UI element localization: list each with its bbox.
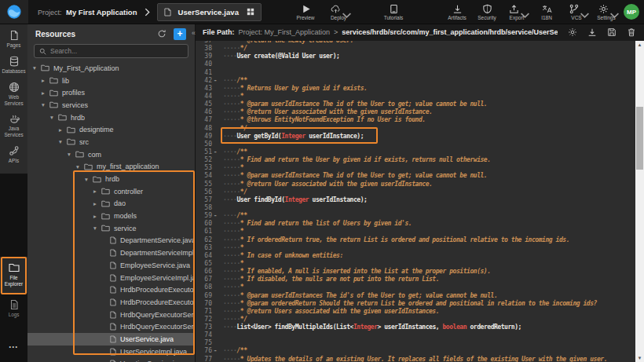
tree-item-controller[interactable]: ▸controller — [27, 185, 195, 198]
code-line-57[interactable]: 57····User findById(Integer userIdInstan… — [195, 196, 635, 204]
code-line-45[interactable]: 45·····* @param userIdInstance The id of… — [195, 101, 635, 108]
code-line-64[interactable]: 64·····* In case of unknown entities: — [195, 252, 635, 260]
save-icon[interactable] — [607, 27, 617, 37]
tree-item-com[interactable]: ▾com — [27, 148, 195, 161]
tree-item-hrdb[interactable]: ▾hrdb — [27, 173, 195, 185]
refresh-icon[interactable] — [157, 29, 166, 38]
code-line-77[interactable]: 77·····* Updates the details of an exist… — [195, 356, 635, 362]
rail-item-java-services[interactable]: Java Services — [0, 111, 27, 141]
code-line-75[interactable]: 75 — [195, 339, 635, 347]
code-line-70[interactable]: 70·····* @param orderedReturn Should the… — [195, 300, 635, 308]
code-line-74[interactable]: 74 — [195, 331, 635, 339]
tree-item-employeeserviceimpl-java[interactable]: EmployeeServiceImpl.java — [27, 272, 195, 284]
caret-expanded-icon[interactable]: ▾ — [67, 151, 75, 158]
code-viewport[interactable]: 37·····* @return the newly created User.… — [195, 41, 635, 362]
caret-expanded-icon[interactable]: ▾ — [84, 176, 93, 183]
caret-expanded-icon[interactable]: ▾ — [58, 138, 67, 145]
tree-item-my-first-application[interactable]: ▾My_First_Application — [27, 62, 195, 75]
deploy-button[interactable]: Deploy — [327, 4, 350, 20]
trash-icon[interactable] — [627, 27, 636, 37]
tree-item-hrdbprocedureexecutorservice-java[interactable]: HrdbProcedureExecutorService.java — [27, 283, 195, 296]
code-line-40[interactable]: 40 — [195, 60, 635, 68]
fold-marker[interactable]: - — [212, 347, 218, 355]
code-line-42[interactable]: 42-····/** — [195, 77, 635, 85]
code-line-56[interactable]: 56·····*/ — [195, 188, 635, 196]
tree-item-userservice-java[interactable]: UserService.java — [27, 333, 195, 346]
code-line-66[interactable]: 66·····* If enabled, A null is inserted … — [195, 268, 635, 276]
editor-scrollbar[interactable]: ▲ ▼ — [635, 41, 644, 362]
scroll-down-arrow[interactable]: ▼ — [635, 354, 644, 362]
caret-collapsed-icon[interactable]: ▸ — [58, 126, 67, 133]
code-line-48[interactable]: 48·····*/ — [195, 125, 635, 133]
code-line-52[interactable]: 52·····* Find and return the User by giv… — [195, 156, 635, 164]
code-line-71[interactable]: 71·····* @return Users associated with t… — [195, 308, 635, 316]
tree-item-designtime[interactable]: ▸designtime — [27, 123, 195, 136]
settings-gear-icon[interactable] — [568, 27, 577, 37]
rail-item-apis[interactable]: APIs — [0, 143, 27, 166]
export-button[interactable]: Export — [505, 4, 529, 20]
code-line-55[interactable]: 55·····* @return User associated with th… — [195, 181, 635, 188]
rail-item-web-services[interactable]: Web Services — [0, 79, 27, 109]
preview-button[interactable]: Preview — [294, 4, 317, 20]
download-icon[interactable] — [587, 27, 597, 37]
rail-item-databases[interactable]: Databases — [0, 53, 27, 77]
code-line-54[interactable]: 54·····* @param userIdInstance The id of… — [195, 172, 635, 180]
caret-expanded-icon[interactable]: ▾ — [32, 64, 41, 71]
code-line-72[interactable]: 72·····*/ — [195, 316, 635, 324]
code-line-62[interactable]: 62·····* If orderedReturn true, the retu… — [195, 236, 635, 244]
caret-expanded-icon[interactable]: ▾ — [75, 163, 84, 170]
tree-item-employeeservice-java[interactable]: EmployeeService.java — [27, 259, 195, 272]
tree-item-departmentservice-java[interactable]: DepartmentService.java — [27, 235, 195, 247]
fold-marker[interactable]: - — [212, 148, 218, 156]
code-line-51[interactable]: 51-····/** — [195, 148, 635, 156]
code-line-43[interactable]: 43·····* Returns User by given id if exi… — [195, 85, 635, 93]
code-line-59[interactable]: 59-····/** — [195, 212, 635, 220]
fold-marker[interactable]: - — [212, 77, 218, 85]
tree-item-hrdbprocedureexecutorserviceimpl-java[interactable]: HrdbProcedureExecutorServiceImpl.java — [27, 296, 195, 309]
tree-item-hrdbqueryexecutorservice-java[interactable]: HrdbQueryExecutorService.java — [27, 309, 195, 321]
tree-item-lib[interactable]: ▸lib — [27, 75, 195, 87]
code-line-68[interactable]: 68·····* — [195, 283, 635, 291]
rail-item-file-explorer[interactable]: File Explorer — [0, 257, 27, 293]
app-logo[interactable] — [0, 0, 28, 24]
caret-collapsed-icon[interactable]: ▸ — [41, 77, 49, 84]
tree-item-vacationservice-java[interactable]: VacationService.java — [27, 358, 195, 362]
code-line-76[interactable]: 76-····/** — [195, 347, 635, 355]
tree-item-dao[interactable]: ▸dao — [27, 198, 195, 210]
tree-item-my-first-application[interactable]: ▾my_first_application — [27, 161, 195, 174]
tree-item-src[interactable]: ▾src — [27, 136, 195, 148]
scrollbar-thumb[interactable] — [636, 107, 643, 170]
search-input[interactable] — [50, 47, 183, 55]
tree-item-service[interactable]: ▾service — [27, 222, 195, 235]
tree-item-services[interactable]: ▾services — [27, 99, 195, 112]
caret-collapsed-icon[interactable]: ▸ — [93, 200, 101, 207]
code-line-46[interactable]: 46·····* @return User associated with th… — [195, 108, 635, 116]
code-line-49[interactable]: 49····User getById(Integer userIdInstanc… — [195, 133, 635, 141]
code-line-60[interactable]: 60·····* Find and return the list of Use… — [195, 220, 635, 228]
security-button[interactable]: Security — [475, 4, 499, 20]
more-options-button[interactable]: ••• — [0, 344, 27, 349]
code-line-58[interactable]: 58 — [195, 204, 635, 212]
vcs-button[interactable]: VCS — [565, 4, 588, 20]
code-line-47[interactable]: 47·····* @throws EntityNotFoundException… — [195, 116, 635, 124]
fold-marker[interactable]: - — [212, 212, 218, 220]
collapse-panel-icon[interactable]: « — [192, 29, 196, 37]
code-line-73[interactable]: 73····List<User> findByMultipleIds(List<… — [195, 324, 635, 331]
code-line-44[interactable]: 44·····* — [195, 93, 635, 101]
code-line-39[interactable]: 39····User create(@Valid User user); — [195, 53, 635, 60]
caret-collapsed-icon[interactable]: ▸ — [41, 90, 49, 97]
code-line-69[interactable]: 69·····* @param userIdInstances The id's… — [195, 292, 635, 300]
code-line-41[interactable]: 41 — [195, 69, 635, 77]
rail-item-logs[interactable]: Logs — [0, 297, 27, 320]
caret-expanded-icon[interactable]: ▾ — [93, 225, 101, 232]
code-line-50[interactable]: 50 — [195, 141, 635, 148]
add-resource-button[interactable]: + — [174, 28, 186, 40]
rail-item-pages[interactable]: Pages — [0, 27, 27, 51]
grid-layout-icon[interactable] — [247, 8, 254, 16]
caret-expanded-icon[interactable]: ▾ — [49, 114, 58, 121]
caret-expanded-icon[interactable]: ▾ — [41, 101, 49, 108]
code-line-63[interactable]: 63·····* — [195, 244, 635, 252]
code-line-53[interactable]: 53·····* — [195, 164, 635, 172]
tree-item-models[interactable]: ▸models — [27, 210, 195, 222]
settings-button[interactable]: Settings — [595, 4, 618, 20]
